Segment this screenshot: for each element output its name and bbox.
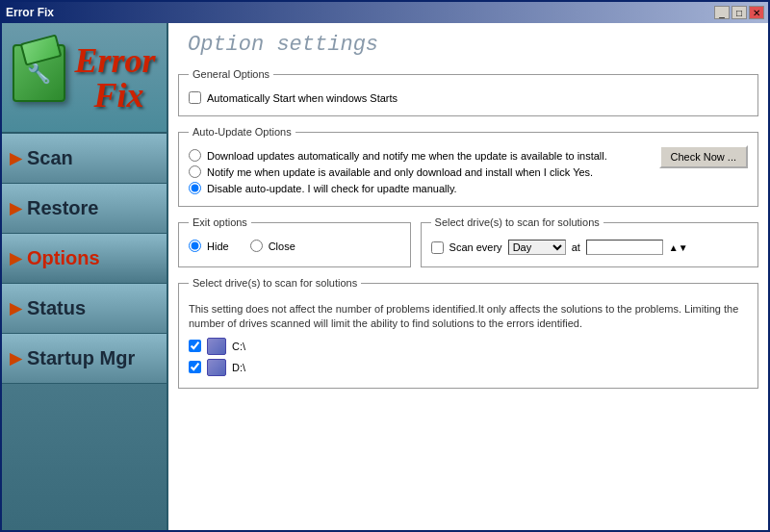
sidebar-item-startup-label: Startup Mgr: [27, 347, 135, 369]
hide-label: Hide: [207, 241, 229, 252]
logo-box: 🔧: [13, 44, 65, 102]
notify-only-row: Notify me when update is available and o…: [189, 165, 607, 178]
scan-arrow-icon: ▶: [10, 149, 21, 167]
notify-only-label: Notify me when update is available and o…: [207, 166, 593, 178]
at-label: at: [572, 241, 580, 253]
general-options-title: General Options: [189, 68, 273, 80]
titlebar-buttons: _ □ ✕: [714, 6, 764, 19]
check-now-button[interactable]: Check Now ...: [659, 145, 748, 168]
status-arrow-icon: ▶: [10, 299, 21, 317]
scan-every-label: Scan every: [449, 241, 502, 253]
logo-area: 🔧 Error Fix: [2, 23, 167, 134]
options-arrow-icon: ▶: [10, 249, 21, 267]
select-drives-title: Select drive(s) to scan for solutions: [189, 277, 361, 289]
restore-arrow-icon: ▶: [10, 199, 21, 217]
bottom-row: Exit options Hide Close Select drive(s) …: [178, 216, 758, 277]
drive-c-icon: [207, 338, 226, 355]
sidebar-item-status-label: Status: [27, 297, 86, 319]
sidebar-item-options[interactable]: ▶ Options: [2, 234, 167, 284]
day-select[interactable]: Day Week Month: [508, 240, 566, 255]
main-window: Error Fix _ □ ✕ 🔧 Error Fix: [0, 0, 770, 532]
sidebar-item-restore-label: Restore: [27, 197, 98, 219]
select-drives-section: Select drive(s) to scan for solutions Th…: [178, 277, 758, 389]
exit-options-title: Exit options: [189, 216, 251, 228]
content-panel: Option settings General Options Automati…: [168, 23, 768, 530]
auto-update-section: Auto-Update Options Download updates aut…: [178, 126, 758, 207]
drive-d-checkbox[interactable]: [189, 361, 201, 373]
sidebar-item-scan[interactable]: ▶ Scan: [2, 134, 167, 184]
exit-options-section: Exit options Hide Close: [178, 216, 411, 267]
download-auto-row: Download updates automatically and notif…: [189, 149, 607, 162]
drive-d-row: D:\: [189, 359, 748, 376]
time-spinner-icon: ▲▼: [669, 242, 688, 253]
sidebar: 🔧 Error Fix ▶ Scan ▶ Restore ▶: [2, 23, 168, 530]
time-input[interactable]: 12:00:00 AM: [586, 240, 663, 255]
auto-start-label: Automatically Start when windows Starts: [207, 92, 398, 104]
drive-d-label: D:\: [232, 362, 245, 373]
select-drives-description: This setting does not affect the number …: [189, 302, 748, 332]
disable-auto-label: Disable auto-update. I will check for up…: [207, 183, 457, 194]
window-title: Error Fix: [6, 6, 54, 19]
sidebar-item-scan-label: Scan: [27, 147, 73, 169]
logo-container: 🔧 Error Fix: [13, 43, 155, 113]
download-auto-label: Download updates automatically and notif…: [207, 150, 607, 162]
main-content: 🔧 Error Fix ▶ Scan ▶ Restore ▶: [2, 23, 768, 530]
download-auto-radio[interactable]: [189, 149, 201, 162]
general-options-section: General Options Automatically Start when…: [178, 68, 758, 116]
logo-text: Error Fix: [74, 43, 155, 113]
auto-start-row: Automatically Start when windows Starts: [189, 91, 748, 104]
minimize-button[interactable]: _: [714, 6, 730, 19]
drive-c-row: C:\: [189, 338, 748, 355]
disable-auto-row: Disable auto-update. I will check for up…: [189, 182, 607, 194]
scan-every-row: Scan every Day Week Month at 12:00:00 AM…: [431, 240, 748, 255]
auto-update-title: Auto-Update Options: [189, 126, 295, 138]
close-button[interactable]: ✕: [749, 6, 764, 19]
drive-d-icon: [207, 359, 226, 376]
exit-options-radios: Hide Close: [189, 240, 400, 252]
logo-icon: 🔧: [13, 44, 70, 112]
auto-start-checkbox[interactable]: [189, 91, 201, 104]
sidebar-item-status[interactable]: ▶ Status: [2, 284, 167, 334]
logo-fix-text: Fix: [93, 78, 155, 113]
titlebar: Error Fix _ □ ✕: [2, 2, 768, 23]
hide-radio[interactable]: [189, 240, 201, 252]
page-title: Option settings: [178, 33, 758, 57]
startup-arrow-icon: ▶: [10, 349, 21, 367]
scan-every-checkbox[interactable]: [431, 241, 444, 254]
logo-error-text: Error: [74, 43, 155, 78]
auto-update-options: Download updates automatically and notif…: [189, 145, 607, 198]
sidebar-item-startup[interactable]: ▶ Startup Mgr: [2, 334, 167, 384]
sidebar-item-options-label: Options: [27, 247, 100, 269]
sidebar-item-restore[interactable]: ▶ Restore: [2, 184, 167, 234]
scan-drives-title: Select drive(s) to scan for solutions: [431, 216, 603, 228]
notify-only-radio[interactable]: [189, 165, 201, 178]
disable-auto-radio[interactable]: [189, 182, 201, 194]
close-radio[interactable]: [250, 240, 263, 252]
drive-c-label: C:\: [232, 341, 245, 352]
maximize-button[interactable]: □: [732, 6, 747, 19]
close-label: Close: [269, 241, 295, 252]
scan-drives-section: Select drive(s) to scan for solutions Sc…: [421, 216, 758, 267]
drive-c-checkbox[interactable]: [189, 340, 201, 352]
